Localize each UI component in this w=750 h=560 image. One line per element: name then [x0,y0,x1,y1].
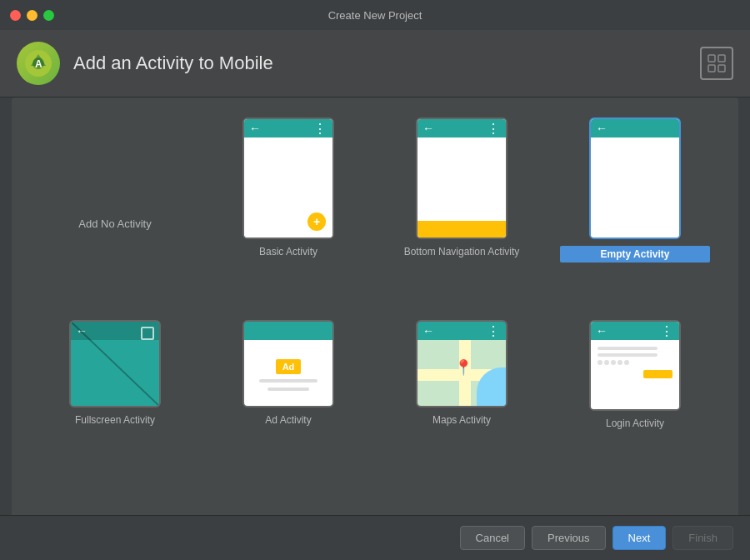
close-button[interactable] [10,10,21,21]
menu-dots-icon: ⋮ [660,323,674,339]
template-fullscreen-activity[interactable]: ← Fullscreen Activity [37,317,193,429]
ad-activity-label: Ad Activity [265,414,311,426]
header: A Add an Activity to Mobile [0,30,750,98]
cancel-button[interactable]: Cancel [460,526,525,550]
svg-rect-6 [718,65,725,72]
basic-activity-label: Basic Activity [259,246,318,258]
empty-phone-frame: ← [589,118,681,239]
ad-content-line [259,379,318,382]
back-arrow-icon: ← [596,324,608,338]
ad-badge: Ad [276,359,302,374]
login-field-1 [598,347,658,350]
back-arrow-icon: ← [422,122,434,135]
login-phone-body [591,340,679,409]
header-left: A Add an Activity to Mobile [17,42,273,85]
empty-phone-body [591,138,679,238]
template-basic-activity[interactable]: ← ⋮ + Basic Activity [210,114,367,261]
map-phone-frame: ← ⋮ 📍 [416,320,508,408]
template-ad-activity[interactable]: Ad Ad Activity [210,317,367,429]
back-arrow-icon: ← [596,122,608,135]
view-toggle-icon[interactable] [700,47,733,80]
bottom-nav-bar [418,221,506,238]
template-no-activity[interactable]: Add No Activity [37,114,193,303]
bottom-nav-activity-label: Bottom Navigation Activity [404,246,520,258]
template-empty-activity[interactable]: ← Empty Activity [557,114,713,266]
template-grid: Add No Activity ← ⋮ + Basic Activity ← ⋮… [12,98,738,522]
map-phone-body: 📍 [418,340,506,408]
back-arrow-icon: ← [422,324,434,338]
svg-rect-3 [708,55,715,62]
maximize-button[interactable] [43,10,54,21]
fullscreen-phone-body: ← [71,322,159,406]
next-button[interactable]: Next [612,526,667,550]
login-phone-frame: ← ⋮ [589,320,681,411]
menu-dots-icon: ⋮ [313,121,328,137]
no-activity-label: Add No Activity [78,218,151,230]
window-title: Create New Project [328,9,422,22]
fullscreen-phone-frame: ← [69,320,161,408]
footer: Cancel Previous Next Finish [0,515,750,560]
svg-line-7 [71,322,159,406]
ad-content-line-2 [268,388,309,391]
login-field-2 [598,353,658,357]
menu-dots-icon: ⋮ [487,121,501,137]
bottom-nav-phone-frame: ← ⋮ [416,118,508,239]
basic-phone-frame: ← ⋮ + [242,118,334,239]
window-controls[interactable] [10,10,54,21]
finish-button[interactable]: Finish [672,526,733,550]
empty-activity-label: Empty Activity [560,246,710,262]
previous-button[interactable]: Previous [532,526,606,550]
svg-text:A: A [35,58,42,70]
fab-icon: + [308,212,326,231]
android-logo: A [17,42,60,85]
empty-phone-bar: ← [591,119,679,138]
login-submit-button [643,370,672,378]
map-activity-label: Maps Activity [432,414,491,426]
ad-phone-bar [244,322,332,340]
title-bar: Create New Project [0,0,750,30]
svg-rect-4 [718,55,725,62]
login-activity-label: Login Activity [606,418,664,429]
map-phone-bar: ← ⋮ [418,322,506,340]
template-bottom-nav-activity[interactable]: ← ⋮ Bottom Navigation Activity [383,114,540,261]
fullscreen-activity-label: Fullscreen Activity [75,414,155,426]
login-password-dots [598,360,672,365]
login-phone-bar: ← ⋮ [591,322,679,340]
page-title: Add an Activity to Mobile [73,52,273,74]
map-pin-icon: 📍 [454,358,472,377]
basic-phone-bar: ← ⋮ [244,119,332,138]
svg-rect-5 [708,65,715,72]
minimize-button[interactable] [27,10,38,21]
basic-phone-body: + [244,138,332,238]
ad-phone-frame: Ad [242,320,334,408]
template-login-activity[interactable]: ← ⋮ Login Activity [557,317,713,432]
ad-phone-body: Ad [244,340,332,408]
menu-dots-icon: ⋮ [487,323,501,339]
bottom-nav-phone-bar: ← ⋮ [418,119,506,138]
bottom-nav-phone-body [418,138,506,238]
template-map-activity[interactable]: ← ⋮ 📍 Maps Activity [383,317,540,429]
back-arrow-icon: ← [249,122,261,135]
